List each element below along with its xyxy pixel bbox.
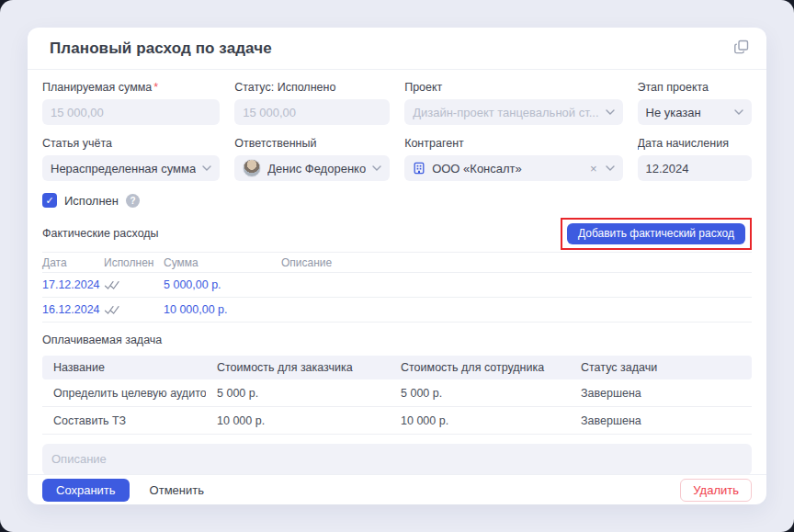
task-table-header: Название Стоимость для заказчика Стоимос… [42, 356, 752, 379]
field-stage: Этап проекта Не указан [638, 81, 752, 125]
task-employee-cost: 5 000 р. [390, 387, 570, 400]
page-title: Плановый расход по задаче [50, 40, 272, 58]
table-row: Составить ТЗ 10 000 р. 10 000 р. Заверше… [42, 407, 752, 435]
field-planned-sum: Планируемая сумма* 15 000,00 [42, 81, 220, 125]
expenses-table: Дата Исполнен Сумма Описание 17.12.2024 … [42, 252, 752, 323]
field-responsible: Ответственный Денис Федоренко [234, 137, 390, 181]
building-icon [413, 162, 425, 175]
expenses-title: Фактические расходы [42, 227, 159, 240]
table-row: Определить целевую аудиторию 5 000 р. 5 … [42, 379, 752, 407]
add-actual-expense-button[interactable]: Добавить фактический расход [567, 223, 745, 244]
copy-icon [733, 39, 750, 58]
counterparty-select[interactable]: ООО «Консалт» × [404, 155, 622, 181]
counterparty-label: Контрагент [404, 137, 622, 150]
accrual-date-input[interactable]: 12.2024 [638, 155, 752, 181]
executed-checkbox[interactable] [42, 193, 57, 208]
expense-sum-link[interactable]: 5 000,00 р. [164, 278, 281, 291]
modal-body: Планируемая сумма* 15 000,00 Статус: Исп… [28, 70, 766, 474]
help-icon[interactable]: ? [126, 194, 140, 208]
double-check-icon [104, 305, 164, 315]
form-fields: Планируемая сумма* 15 000,00 Статус: Исп… [42, 81, 752, 181]
task-employee-cost: 10 000 р. [390, 414, 570, 427]
double-check-icon [104, 280, 164, 290]
field-account-item: Статья учёта Нераспределенная сумма [42, 137, 220, 181]
table-row: 17.12.2024 5 000,00 р. [42, 273, 752, 298]
status-label: Статус: Исполнено [234, 81, 390, 94]
accrual-date-label: Дата начисления [638, 137, 752, 150]
col-header-employee-cost: Стоимость для сотрудника [390, 361, 570, 374]
col-header-task-status: Статус задачи [570, 361, 752, 374]
save-button[interactable]: Сохранить [42, 479, 130, 502]
planned-sum-label: Планируемая сумма [42, 81, 152, 94]
status-input[interactable]: 15 000,00 [234, 99, 390, 125]
description-input[interactable] [42, 444, 752, 474]
modal-header: Плановый расход по задаче [28, 28, 766, 70]
expense-date-link[interactable]: 17.12.2024 [42, 278, 104, 291]
responsible-select[interactable]: Денис Федоренко [234, 155, 390, 181]
task-name: Составить ТЗ [42, 414, 206, 427]
field-project: Проект Дизайн-проект танцевальной ст... [404, 81, 622, 125]
clear-icon[interactable]: × [588, 162, 599, 175]
annotation-highlight: Добавить фактический расход [561, 218, 752, 250]
executed-row: Исполнен ? [42, 193, 752, 208]
expenses-table-header: Дата Исполнен Сумма Описание [42, 252, 752, 273]
task-client-cost: 5 000 р. [206, 387, 390, 400]
modal-footer: Сохранить Отменить Удалить [28, 474, 766, 504]
delete-button[interactable]: Удалить [680, 479, 752, 502]
chevron-down-icon [606, 109, 615, 115]
account-item-select[interactable]: Нераспределенная сумма [42, 155, 220, 181]
chevron-down-icon [372, 165, 381, 171]
table-row: 16.12.2024 10 000,00 р. [42, 298, 752, 323]
col-header-sum: Сумма [164, 256, 281, 269]
avatar [243, 159, 261, 177]
executed-label: Исполнен [64, 194, 119, 208]
task-status: Завершена [570, 387, 752, 400]
project-select[interactable]: Дизайн-проект танцевальной ст... [404, 99, 622, 125]
chevron-down-icon [606, 165, 615, 171]
task-status: Завершена [570, 414, 752, 427]
expense-sum-link[interactable]: 10 000,00 р. [164, 303, 281, 316]
project-label: Проект [404, 81, 622, 94]
cancel-button[interactable]: Отменить [150, 483, 204, 497]
account-item-label: Статья учёта [42, 137, 220, 150]
field-accrual-date: Дата начисления 12.2024 [638, 137, 752, 181]
planned-sum-input[interactable]: 15 000,00 [42, 99, 220, 125]
field-counterparty: Контрагент ООО «Кон [404, 137, 622, 181]
field-status: Статус: Исполнено 15 000,00 [234, 81, 390, 125]
responsible-label: Ответственный [234, 137, 390, 150]
col-header-description: Описание [281, 256, 752, 269]
planned-expense-modal: Плановый расход по задаче Планируемая су… [28, 28, 766, 504]
task-client-cost: 10 000 р. [206, 414, 390, 427]
copy-button[interactable] [733, 39, 750, 58]
expenses-header-row: Фактические расходы Добавить фактический… [42, 217, 752, 250]
chevron-down-icon [734, 109, 743, 115]
col-header-executed: Исполнен [104, 256, 164, 269]
expense-date-link[interactable]: 16.12.2024 [42, 303, 104, 316]
task-table: Название Стоимость для заказчика Стоимос… [42, 356, 752, 435]
page-background: Плановый расход по задаче Планируемая су… [0, 0, 794, 532]
required-asterisk: * [153, 81, 158, 94]
col-header-date: Дата [42, 256, 104, 269]
col-header-client-cost: Стоимость для заказчика [206, 361, 390, 374]
chevron-down-icon [202, 165, 211, 171]
stage-select[interactable]: Не указан [638, 99, 752, 125]
col-header-name: Название [42, 361, 206, 374]
stage-label: Этап проекта [638, 81, 752, 94]
task-section-title: Оплачиваемая задача [42, 334, 752, 346]
task-name: Определить целевую аудиторию [42, 387, 206, 400]
